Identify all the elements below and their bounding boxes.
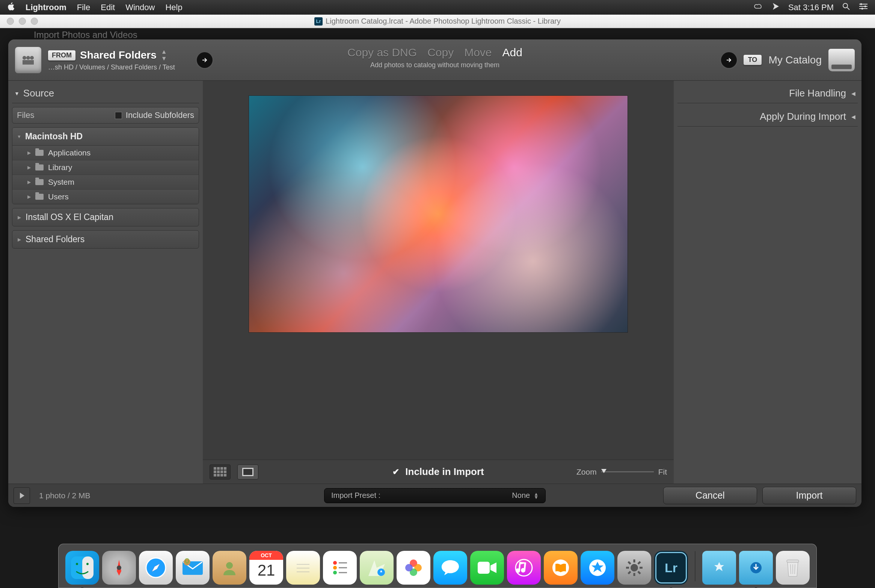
dock-trash[interactable]	[776, 551, 810, 585]
apple-logo-icon[interactable]	[7, 2, 15, 13]
svg-rect-39	[478, 562, 490, 574]
svg-rect-12	[26, 60, 30, 65]
volume-label: Install OS X El Capitan	[26, 212, 113, 222]
include-in-import-checkbox[interactable]: ✔	[392, 467, 399, 477]
dock-reminders[interactable]	[323, 551, 357, 585]
dock-facetime[interactable]	[470, 551, 504, 585]
destination-title[interactable]: My Catalog	[768, 54, 822, 66]
import-preset-dropdown[interactable]: Import Preset : None▲▼	[324, 488, 546, 503]
import-button[interactable]: Import	[762, 487, 856, 504]
tree-item-users[interactable]: ▶Users	[12, 190, 199, 204]
svg-point-24	[226, 562, 233, 569]
dock-finder[interactable]	[65, 551, 99, 585]
dock-appstore[interactable]	[581, 551, 614, 585]
destination-drive-icon[interactable]	[828, 49, 855, 71]
apply-during-import-header[interactable]: Apply During Import◀	[677, 107, 858, 127]
source-dropdown-icon[interactable]: ▲▼	[161, 48, 167, 62]
mode-add[interactable]: Add	[502, 46, 522, 59]
menubar-item-help[interactable]: Help	[165, 3, 182, 12]
dock-safari[interactable]	[139, 551, 173, 585]
source-path: …sh HD / Volumes / Shared Folders / Test	[48, 63, 175, 71]
svg-rect-15	[82, 556, 94, 579]
menubar-app-name[interactable]: Lightroom	[26, 3, 66, 12]
volume-install-osx[interactable]: ▶Install OS X El Capitan	[12, 208, 199, 226]
calendar-day: 21	[258, 561, 275, 579]
svg-line-48	[628, 562, 631, 564]
tree-root-macintosh-hd[interactable]: ▼Macintosh HD	[12, 128, 199, 146]
include-subfolders-label[interactable]: Include Subfolders	[126, 110, 194, 120]
creative-cloud-icon[interactable]	[754, 3, 763, 12]
zoom-slider-thumb[interactable]	[601, 469, 606, 473]
source-panel-title: Source	[23, 87, 54, 99]
spotlight-icon[interactable]	[842, 2, 850, 13]
dock-calendar[interactable]: OCT21	[249, 551, 283, 585]
dock-launchpad[interactable]	[102, 551, 136, 585]
dock-applications-folder[interactable]	[702, 551, 736, 585]
dock-messages[interactable]	[433, 551, 467, 585]
minimize-window-button[interactable]	[19, 18, 26, 25]
mode-copy-as-dng[interactable]: Copy as DNG	[347, 46, 417, 59]
chevron-updown-icon: ▲▼	[534, 492, 539, 499]
menubar-clock[interactable]: Sat 3:16 PM	[788, 3, 834, 12]
svg-line-50	[628, 571, 631, 574]
mode-copy[interactable]: Copy	[427, 46, 454, 59]
folder-label: System	[48, 178, 74, 187]
preview-area: ✔ Include in Import Zoom Fit	[203, 81, 674, 484]
tree-item-library[interactable]: ▶Library	[12, 160, 199, 175]
dock-contacts[interactable]	[213, 551, 246, 585]
close-window-button[interactable]	[7, 18, 14, 25]
svg-point-30	[333, 571, 337, 574]
svg-point-7	[861, 8, 863, 9]
file-handling-header[interactable]: File Handling◀	[677, 84, 858, 103]
minimize-import-button[interactable]	[14, 487, 30, 504]
apply-during-import-label: Apply During Import	[760, 111, 846, 122]
dock-lightroom[interactable]: Lr	[654, 551, 688, 585]
dock-mail[interactable]	[176, 551, 210, 585]
source-title[interactable]: Shared Folders	[80, 49, 157, 61]
source-arrow-button[interactable]	[197, 52, 213, 68]
svg-point-23	[184, 559, 190, 565]
dock-ibooks[interactable]	[544, 551, 578, 585]
tree-item-applications[interactable]: ▶Applications	[12, 146, 199, 160]
svg-point-9	[26, 56, 30, 60]
folder-label: Library	[48, 163, 72, 172]
dock-notes[interactable]	[286, 551, 320, 585]
mode-move[interactable]: Move	[464, 46, 492, 59]
volume-label: Shared Folders	[26, 234, 84, 244]
dock-system-preferences[interactable]	[617, 551, 651, 585]
dock-maps[interactable]	[360, 551, 394, 585]
menubar-item-edit[interactable]: Edit	[101, 3, 115, 12]
notification-icon[interactable]	[772, 2, 780, 13]
photo-thumbnail[interactable]	[249, 96, 628, 332]
svg-point-19	[117, 565, 121, 570]
source-panel-header[interactable]: ▼Source	[12, 84, 199, 103]
dock-photos[interactable]	[397, 551, 430, 585]
volume-shared-folders[interactable]: ▶Shared Folders	[12, 230, 199, 249]
triangle-right-icon: ▶	[27, 150, 31, 155]
include-subfolders-checkbox[interactable]	[115, 112, 122, 119]
tree-item-system[interactable]: ▶System	[12, 175, 199, 190]
menubar-item-file[interactable]: File	[77, 3, 90, 12]
include-in-import-label[interactable]: Include in Import	[405, 466, 484, 478]
svg-rect-11	[23, 60, 26, 65]
import-dialog: FROM Shared Folders ▲▼ …sh HD / Volumes …	[8, 39, 861, 507]
files-label: Files	[17, 110, 34, 120]
triangle-right-icon: ▶	[18, 215, 21, 220]
window-titlebar: Lr Lightroom Catalog.lrcat - Adobe Photo…	[0, 15, 875, 28]
single-view-button[interactable]	[237, 464, 258, 479]
dock-downloads-folder[interactable]	[739, 551, 773, 585]
import-preset-label: Import Preset :	[331, 491, 380, 500]
svg-line-49	[638, 571, 640, 574]
maximize-window-button[interactable]	[31, 18, 38, 25]
control-center-icon[interactable]	[858, 3, 868, 12]
dock-itunes[interactable]	[507, 551, 541, 585]
zoom-slider[interactable]	[601, 471, 654, 472]
source-network-drive-icon[interactable]	[15, 47, 41, 73]
dest-arrow-button[interactable]	[721, 52, 737, 68]
grid-view-button[interactable]	[210, 464, 231, 479]
svg-line-1	[847, 8, 849, 10]
cancel-button[interactable]: Cancel	[663, 487, 757, 504]
menubar-item-window[interactable]: Window	[125, 3, 155, 12]
loupe-icon	[242, 468, 253, 476]
fit-label[interactable]: Fit	[658, 467, 667, 476]
